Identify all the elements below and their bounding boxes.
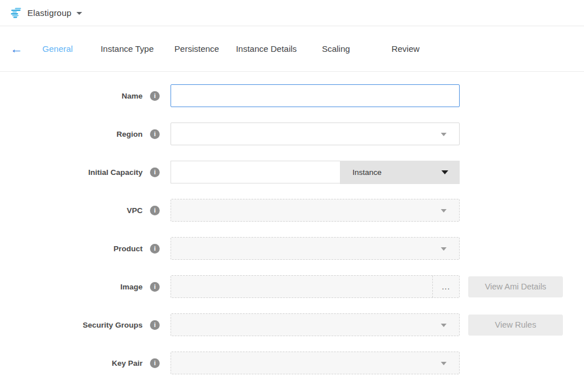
initial-capacity-info-icon[interactable]: i [150,168,160,177]
capacity-unit-select[interactable]: Instance [340,161,460,184]
view-ami-details-button[interactable]: View Ami Details [468,276,563,297]
vpc-select [171,199,460,222]
chevron-down-icon [441,362,447,365]
security-groups-select [171,313,460,336]
name-label: Name [0,92,143,100]
initial-capacity-label: Initial Capacity [0,168,143,177]
image-value [171,276,432,297]
chevron-down-icon [441,324,447,327]
tab-general[interactable]: General [23,44,92,54]
product-info-icon[interactable]: i [150,244,160,254]
tab-persistence[interactable]: Persistence [162,44,232,54]
form-row-key-pair: Key Pair i [0,352,584,374]
key-pair-select [171,352,460,374]
image-browse-button[interactable]: ... [432,276,459,297]
region-info-icon[interactable]: i [150,129,160,139]
tab-scaling[interactable]: Scaling [301,44,371,54]
name-info-icon[interactable]: i [150,91,160,101]
capacity-unit-value: Instance [352,168,382,177]
chevron-down-icon [441,133,447,136]
view-rules-button[interactable]: View Rules [468,315,563,336]
chevron-down-icon [441,247,447,251]
form-row-image: Image i ... View Ami Details [0,275,584,298]
app-header: Elastigroup [0,0,584,26]
initial-capacity-input[interactable] [171,161,340,183]
image-label: Image [0,283,143,291]
security-groups-label: Security Groups [0,321,143,329]
form-row-security-groups: Security Groups i View Rules [0,313,584,336]
security-groups-info-icon[interactable]: i [150,320,160,330]
form-row-product: Product i [0,237,584,260]
caret-down-icon[interactable] [76,12,82,15]
back-arrow-icon[interactable]: ← [0,43,23,55]
tab-instance-details[interactable]: Instance Details [232,44,301,54]
vpc-label: VPC [0,206,143,215]
chevron-down-icon [441,209,447,213]
region-select[interactable] [171,122,460,145]
region-label: Region [0,130,143,138]
name-input[interactable] [171,84,460,107]
vpc-info-icon[interactable]: i [150,206,160,215]
image-info-icon[interactable]: i [150,282,160,292]
form-row-vpc: VPC i [0,199,584,222]
form-row-name: Name i [0,84,584,107]
app-title[interactable]: Elastigroup [27,8,71,18]
product-label: Product [0,244,143,253]
general-form: Name i Region i Initial Capacity i Insta… [0,72,584,374]
key-pair-label: Key Pair [0,359,143,368]
tab-review[interactable]: Review [371,44,440,54]
wizard-nav: ← General Instance Type Persistence Inst… [0,26,584,72]
form-row-region: Region i [0,122,584,145]
elastigroup-logo-icon [8,7,22,19]
product-select [171,237,460,260]
tab-instance-type[interactable]: Instance Type [92,44,162,54]
chevron-down-icon [441,170,448,174]
image-picker: ... [171,275,460,298]
form-row-initial-capacity: Initial Capacity i Instance [0,161,584,183]
key-pair-info-icon[interactable]: i [150,358,160,368]
